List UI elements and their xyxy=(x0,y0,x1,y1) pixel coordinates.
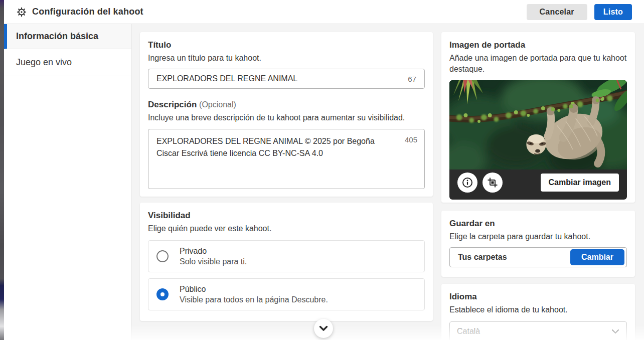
cover-heading: Imagen de portada xyxy=(449,40,627,50)
chevron-down-icon xyxy=(611,327,619,336)
modal-title: Configuración del kahoot xyxy=(32,7,143,17)
cover-image-sloth-photo xyxy=(449,80,627,169)
folder-selector: Tus carpetas Cambiar xyxy=(449,247,627,267)
visibility-card: Visibilidad Elige quién puede ver este k… xyxy=(140,203,433,321)
description-heading-text: Descripción xyxy=(148,100,197,109)
basic-info-card: Título Ingresa un título para tu kahoot.… xyxy=(140,32,433,197)
save-description: Elige la carpeta para guardar tu kahoot. xyxy=(449,231,627,242)
visibility-option-private[interactable]: Privado Solo visible para ti. xyxy=(148,240,425,272)
title-description: Ingresa un título para tu kahoot. xyxy=(148,53,425,64)
crop-icon xyxy=(487,177,498,188)
title-heading: Título xyxy=(148,40,425,50)
title-input[interactable]: EXPLORADORS DEL REGNE ANIMAL 67 xyxy=(148,69,425,89)
sidebar-item-basic-info[interactable]: Información básica xyxy=(4,24,131,49)
image-crop-button[interactable] xyxy=(482,173,503,193)
visibility-heading: Visibilidad xyxy=(148,211,425,221)
cancel-button[interactable]: Cancelar xyxy=(527,4,587,20)
description-value: EXPLORADORES DEL REGNE ANIMAL © 2025 por… xyxy=(156,137,375,157)
info-icon xyxy=(462,177,473,188)
save-folder-card: Guardar en Elige la carpeta para guardar… xyxy=(441,211,635,277)
cover-image-container: Cambiar imagen xyxy=(449,80,627,200)
settings-sidebar: Información básica Juego en vivo xyxy=(4,24,132,340)
description-optional-label: (Opcional) xyxy=(199,100,236,109)
gear-icon xyxy=(16,7,27,18)
title-input-value: EXPLORADORS DEL REGNE ANIMAL xyxy=(156,74,297,83)
scroll-more-button[interactable] xyxy=(314,319,333,338)
dimmed-page-edge xyxy=(0,0,4,340)
change-folder-button[interactable]: Cambiar xyxy=(570,249,624,265)
description-help: Incluye una breve descripción de tu kaho… xyxy=(148,112,425,123)
language-selected-value: Català xyxy=(457,327,480,336)
option-label: Público xyxy=(180,285,328,294)
option-label: Privado xyxy=(180,247,247,256)
radio-selected-icon xyxy=(156,288,169,300)
language-select[interactable]: Català xyxy=(449,321,627,340)
sidebar-item-live-game[interactable]: Juego en vivo xyxy=(4,49,131,76)
spacer xyxy=(148,89,425,100)
cover-description: Añade una imagen de portada para que tu … xyxy=(449,53,627,75)
language-description: Establece el idioma de tu kahoot. xyxy=(449,304,627,315)
modal-header: Configuración del kahoot Cancelar Listo xyxy=(4,0,644,24)
language-card: Idioma Establece el idioma de tu kahoot.… xyxy=(441,284,635,340)
chevron-down-icon xyxy=(319,325,328,331)
option-description: Solo visible para ti. xyxy=(180,257,247,266)
save-heading: Guardar en xyxy=(449,219,627,229)
folder-name: Tus carpetas xyxy=(458,253,507,262)
description-textarea[interactable]: EXPLORADORES DEL REGNE ANIMAL © 2025 por… xyxy=(148,129,425,189)
option-texts: Privado Solo visible para ti. xyxy=(180,247,247,266)
kahoot-settings-modal: { "window": { "title": "Configuración de… xyxy=(0,0,644,340)
description-char-count: 405 xyxy=(405,134,417,146)
option-description: Visible para todos en la página Descubre… xyxy=(180,295,328,304)
change-image-button[interactable]: Cambiar imagen xyxy=(541,174,619,192)
option-texts: Público Visible para todos en la página … xyxy=(180,285,328,304)
done-button[interactable]: Listo xyxy=(594,4,632,20)
image-info-button[interactable] xyxy=(457,173,477,193)
visibility-option-public[interactable]: Público Visible para todos en la página … xyxy=(148,278,425,310)
cover-controls: Cambiar imagen xyxy=(449,173,627,193)
language-heading: Idioma xyxy=(449,292,627,302)
sidebar-item-label: Información básica xyxy=(16,31,98,42)
radio-unselected-icon xyxy=(156,250,169,262)
visibility-description: Elige quién puede ver este kahoot. xyxy=(148,223,425,234)
sidebar-item-label: Juego en vivo xyxy=(16,57,72,68)
cover-image-card: Imagen de portada Añade una imagen de po… xyxy=(441,32,635,203)
description-heading: Descripción (Opcional) xyxy=(148,100,425,110)
title-char-count: 67 xyxy=(408,75,416,83)
